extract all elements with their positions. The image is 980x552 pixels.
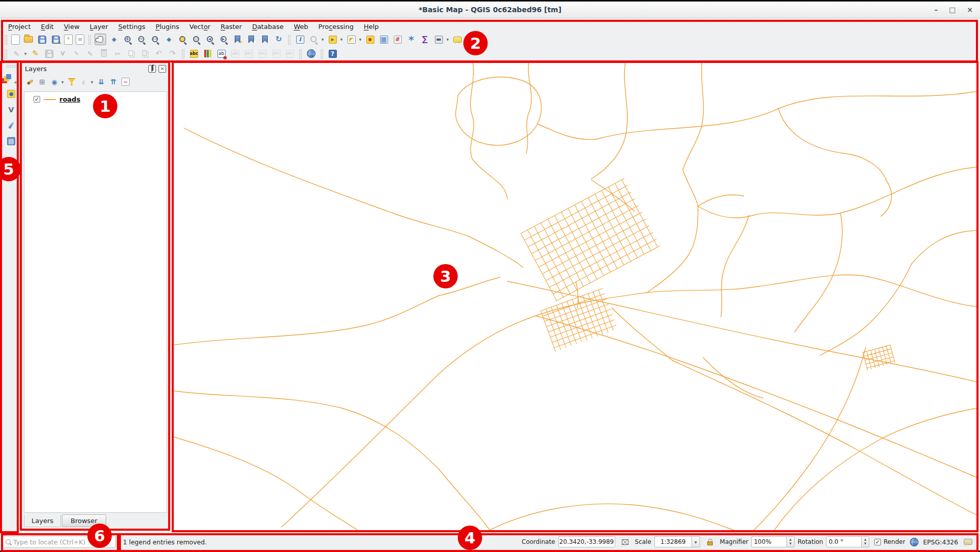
zoom-to-selection-icon[interactable] [177, 34, 188, 45]
extents-toggle-icon[interactable] [619, 536, 631, 548]
rotation-spin-icons[interactable]: ▲▼ [862, 536, 869, 547]
zoom-native-icon[interactable]: 1:1 [149, 34, 161, 45]
text-annotation-dropdown-icon[interactable]: ▼ [478, 34, 482, 45]
remove-layer-group-icon[interactable]: − [120, 76, 131, 87]
magnifier-spin-icons[interactable]: ▲▼ [787, 536, 795, 547]
rotation-spinbox[interactable]: 0.0 ° ▲▼ [826, 536, 869, 547]
map-tips-icon[interactable] [452, 34, 463, 45]
crs-globe-icon[interactable] [909, 537, 919, 547]
zoom-in-icon[interactable]: + [122, 34, 134, 45]
pan-map-icon[interactable] [94, 34, 106, 45]
toolbar-grip[interactable] [6, 64, 16, 68]
menu-help[interactable]: Help [359, 22, 384, 31]
dock-tab-layers[interactable]: Layers [24, 515, 61, 527]
open-attribute-table-icon[interactable]: ▦ [378, 34, 390, 45]
close-button[interactable]: × [967, 6, 973, 13]
show-bookmarks-icon[interactable]: ★ [245, 34, 257, 45]
new-from-template-icon[interactable]: * [64, 35, 73, 45]
scale-dropdown-icon[interactable]: ▼ [692, 536, 700, 547]
filter-legend-icon[interactable] [66, 76, 77, 87]
layer-name[interactable]: roads [59, 95, 80, 103]
expand-all-icon[interactable]: ⇊ [96, 76, 107, 87]
menu-processing[interactable]: Processing [313, 22, 359, 31]
save-project-icon[interactable] [36, 34, 48, 45]
open-layer-styling-panel-icon[interactable] [24, 76, 36, 87]
map-canvas[interactable] [174, 63, 977, 530]
help-contents-icon[interactable]: ? [327, 48, 338, 59]
statistical-summary-icon[interactable]: ∑ [419, 34, 431, 45]
toolbar-grip[interactable] [88, 35, 91, 45]
toggle-editing-icon[interactable]: ✎ [29, 48, 41, 59]
new-bookmark-icon[interactable]: ★ [232, 34, 243, 45]
menu-vector[interactable]: Vector [184, 22, 215, 31]
add-group-icon[interactable]: ⊞ [37, 76, 48, 87]
menu-settings[interactable]: Settings [113, 22, 150, 31]
manage-map-themes-dropdown-icon[interactable]: ▼ [60, 76, 65, 88]
measure-line-dropdown-icon[interactable]: ▼ [446, 34, 450, 45]
deselect-features-icon[interactable]: ◩ [345, 34, 357, 45]
messages-log-icon[interactable] [962, 536, 974, 548]
layer-label-toolbar-icon[interactable]: ab● [215, 48, 227, 59]
close-panel-icon[interactable]: × [159, 65, 166, 73]
add-vector-layer-icon[interactable]: ● [5, 87, 18, 100]
zoom-to-layer-icon[interactable] [191, 34, 202, 45]
save-project-as-icon[interactable]: ✎ [50, 34, 61, 45]
layer-visibility-checkbox[interactable]: ✓ [34, 96, 40, 103]
dock-tab-browser[interactable]: Browser [62, 514, 106, 527]
menu-database[interactable]: Database [247, 22, 289, 31]
menu-edit[interactable]: Edit [36, 22, 59, 31]
zoom-to-selected-dropdown-icon[interactable]: ▼ [321, 34, 325, 45]
text-annotation-icon[interactable]: T [465, 34, 477, 45]
toolbar-grip[interactable] [288, 35, 291, 45]
new-shapefile-layer-icon[interactable]: V [5, 103, 18, 116]
collapse-all-icon[interactable]: ⇈ [108, 76, 119, 87]
identify-features-icon[interactable]: i [294, 34, 306, 45]
select-features-icon[interactable]: ▸ [327, 34, 338, 45]
select-by-value-icon[interactable]: ● [364, 34, 376, 45]
field-calculator-icon[interactable]: # [392, 34, 403, 45]
minimize-button[interactable]: – [934, 6, 938, 13]
zoom-full-icon[interactable]: ◆ [163, 34, 175, 45]
toolbar-grip[interactable] [181, 49, 185, 59]
toolbar-grip[interactable] [320, 49, 324, 59]
layer-item-roads[interactable]: ✓ roads [26, 94, 165, 104]
menu-layer[interactable]: Layer [85, 22, 113, 31]
select-features-dropdown-icon[interactable]: ▼ [339, 34, 343, 45]
layer-labeling-options-icon[interactable]: abc [188, 48, 200, 59]
magnifier-spinbox[interactable]: 100% ▲▼ [751, 536, 795, 547]
menu-raster[interactable]: Raster [215, 22, 247, 31]
toolbar-grip[interactable] [299, 49, 302, 59]
menu-web[interactable]: Web [289, 22, 313, 31]
current-edits-dropdown-icon[interactable]: ▼ [23, 48, 27, 59]
locate-search-input[interactable]: Type to locate (Ctrl+K) [2, 536, 116, 548]
layer-diagram-options-icon[interactable] [202, 48, 213, 59]
measure-line-icon[interactable]: ▬ [433, 34, 445, 45]
project-properties-icon[interactable]: ≡ [76, 35, 84, 45]
zoom-out-icon[interactable]: − [136, 34, 147, 45]
menu-plugins[interactable]: Plugins [150, 22, 184, 31]
deselect-features-dropdown-icon[interactable]: ▼ [358, 34, 362, 45]
toolbar-grip[interactable] [4, 35, 8, 45]
zoom-next-icon[interactable]: ▸ [218, 34, 230, 45]
render-checkbox[interactable]: ✓ [874, 539, 881, 545]
render-toggle[interactable]: ✓ Render [874, 538, 905, 545]
new-virtual-layer-icon[interactable]: ▤ [5, 135, 18, 147]
lock-scale-icon[interactable] [704, 536, 716, 548]
new-project-icon[interactable] [11, 35, 20, 45]
undock-panel-icon[interactable] [148, 65, 156, 73]
toolbar-grip[interactable] [4, 49, 8, 59]
refresh-icon[interactable]: ↻ [273, 34, 284, 45]
data-source-manager-icon[interactable]: + [5, 72, 18, 84]
bookmark-icon[interactable] [259, 34, 271, 45]
pan-to-selection-icon[interactable]: ◆ [108, 34, 120, 45]
zoom-last-icon[interactable]: ◂ [204, 34, 216, 45]
scale-combo[interactable]: 1:32869 ▼ [654, 536, 700, 547]
new-geopackage-layer-icon[interactable] [5, 119, 18, 132]
coordinate-input[interactable]: 20.3420,-33.9989 [558, 536, 615, 547]
filter-by-expression-dropdown-icon[interactable]: ▼ [90, 76, 94, 88]
manage-map-themes-icon[interactable]: ◉ [49, 76, 60, 87]
open-project-icon[interactable] [22, 34, 34, 45]
metasearch-icon[interactable] [305, 48, 317, 59]
menu-project[interactable]: Project [3, 22, 36, 31]
processing-toolbox-icon[interactable]: * [405, 34, 417, 45]
